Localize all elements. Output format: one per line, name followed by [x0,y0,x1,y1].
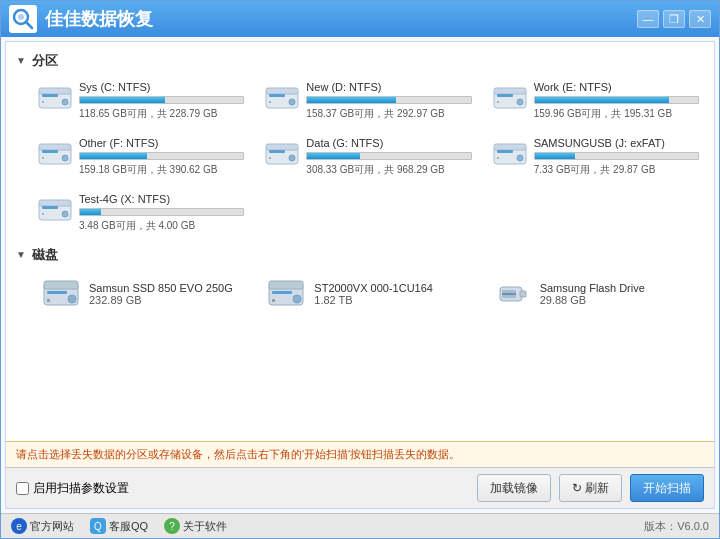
disk-item-1[interactable]: ST2000VX 000-1CU164 1.82 TB [257,270,478,318]
progress-bg-1 [306,96,471,104]
progress-fill-5 [535,153,576,159]
disk-icon-0 [41,277,81,311]
svg-point-21 [62,155,68,161]
close-button[interactable]: ✕ [689,10,711,28]
svg-rect-19 [39,144,71,150]
about-link[interactable]: ? 关于软件 [164,518,227,534]
website-icon: e [11,518,27,534]
drive-item-5[interactable]: SAMSUNGUSB (J: exFAT) 7.33 GB可用，共 29.87 … [487,132,704,182]
version-label: 版本：V6.0.0 [644,519,709,534]
bottom-bar: 启用扫描参数设置 加载镜像 ↻ 刷新 开始扫描 [6,467,714,508]
disk-name-0: Samsun SSD 850 EVO 250G [89,282,233,294]
app-title: 佳佳数据恢复 [45,7,637,31]
drive-item-1[interactable]: New (D: NTFS) 158.37 GB可用，共 292.97 GB [259,76,476,126]
drive-space-2: 159.96 GB可用，共 195.31 GB [534,107,699,121]
hdd-icon-3 [37,137,73,169]
load-image-button[interactable]: 加载镜像 [477,474,551,502]
app-logo [9,5,37,33]
drive-info-5: SAMSUNGUSB (J: exFAT) 7.33 GB可用，共 29.87 … [534,137,699,177]
drive-item-3[interactable]: Other (F: NTFS) 159.18 GB可用，共 390.62 GB [32,132,249,182]
disk-section-title: 磁盘 [32,246,58,264]
svg-rect-49 [520,291,526,297]
svg-rect-44 [269,281,303,289]
disk-name-1: ST2000VX 000-1CU164 [314,282,433,294]
disk-size-2: 29.88 GB [540,294,645,306]
about-icon: ? [164,518,180,534]
disk-icon-1 [266,277,306,311]
drive-item-0[interactable]: Sys (C: NTFS) 118.65 GB可用，共 228.79 GB [32,76,249,126]
disks-grid: Samsun SSD 850 EVO 250G 232.89 GB [16,270,704,318]
svg-rect-22 [42,157,44,159]
svg-rect-39 [44,281,78,289]
disk-item-2[interactable]: Samsung Flash Drive 29.88 GB [483,270,704,318]
drive-space-3: 159.18 GB可用，共 390.62 GB [79,163,244,177]
drive-name-2: Work (E: NTFS) [534,81,699,93]
website-link[interactable]: e 官方网站 [11,518,74,534]
start-scan-button[interactable]: 开始扫描 [630,474,704,502]
scan-params-label[interactable]: 启用扫描参数设置 [33,480,129,497]
svg-point-6 [62,99,68,105]
drive-item-2[interactable]: Work (E: NTFS) 159.96 GB可用，共 195.31 GB [487,76,704,126]
refresh-icon: ↻ [572,481,582,495]
minimize-button[interactable]: — [637,10,659,28]
window-controls: — ❒ ✕ [637,10,711,28]
hdd-icon-4 [264,137,300,169]
flash-drive-icon [492,277,532,311]
svg-rect-14 [494,88,526,94]
svg-rect-25 [269,150,285,153]
svg-rect-20 [42,150,58,153]
svg-rect-37 [42,213,44,215]
drive-space-5: 7.33 GB可用，共 29.87 GB [534,163,699,177]
website-label: 官方网站 [30,519,74,534]
svg-point-26 [289,155,295,161]
svg-point-11 [289,99,295,105]
drive-info-4: Data (G: NTFS) 308.33 GB可用，共 968.29 GB [306,137,471,177]
disk-info-2: Samsung Flash Drive 29.88 GB [540,282,645,306]
svg-rect-40 [47,291,67,294]
scan-params-checkbox[interactable] [16,482,29,495]
restore-button[interactable]: ❒ [663,10,685,28]
drive-item-6[interactable]: Test-4G (X: NTFS) 3.48 GB可用，共 4.00 GB [32,188,249,238]
title-bar: 佳佳数据恢复 — ❒ ✕ [1,1,719,37]
main-window: 佳佳数据恢复 — ❒ ✕ ▼ 分区 [0,0,720,539]
drive-item-4[interactable]: Data (G: NTFS) 308.33 GB可用，共 968.29 GB [259,132,476,182]
partition-section-header: ▼ 分区 [16,52,704,70]
disk-size-1: 1.82 TB [314,294,433,306]
svg-rect-51 [502,293,516,295]
drive-info-0: Sys (C: NTFS) 118.65 GB可用，共 228.79 GB [79,81,244,121]
drive-info-6: Test-4G (X: NTFS) 3.48 GB可用，共 4.00 GB [79,193,244,233]
disk-arrow-icon: ▼ [16,249,28,261]
svg-line-1 [26,22,32,28]
svg-rect-15 [497,94,513,97]
svg-point-41 [68,295,76,303]
qq-link[interactable]: Q 客服QQ [90,518,148,534]
progress-fill-0 [80,97,165,103]
progress-fill-2 [535,97,669,103]
progress-bg-0 [79,96,244,104]
drive-info-1: New (D: NTFS) 158.37 GB可用，共 292.97 GB [306,81,471,121]
main-scroll: ▼ 分区 Sys (C: [6,42,714,441]
content-area: ▼ 分区 Sys (C: [5,41,715,509]
progress-bg-3 [79,152,244,160]
svg-point-46 [293,295,301,303]
svg-rect-29 [494,144,526,150]
refresh-button[interactable]: ↻ 刷新 [559,474,622,502]
svg-rect-5 [42,94,58,97]
svg-rect-24 [266,144,298,150]
progress-fill-6 [80,209,101,215]
qq-label: 客服QQ [109,519,148,534]
svg-point-16 [517,99,523,105]
progress-fill-4 [307,153,359,159]
disk-item-0[interactable]: Samsun SSD 850 EVO 250G 232.89 GB [32,270,253,318]
svg-rect-45 [272,291,292,294]
partition-arrow-icon: ▼ [16,55,28,67]
refresh-label: 刷新 [585,481,609,495]
partition-section-title: 分区 [32,52,58,70]
progress-bg-2 [534,96,699,104]
svg-rect-4 [39,88,71,94]
svg-rect-34 [39,200,71,206]
svg-rect-12 [269,101,271,103]
drive-name-3: Other (F: NTFS) [79,137,244,149]
drive-space-4: 308.33 GB可用，共 968.29 GB [306,163,471,177]
qq-icon: Q [90,518,106,534]
